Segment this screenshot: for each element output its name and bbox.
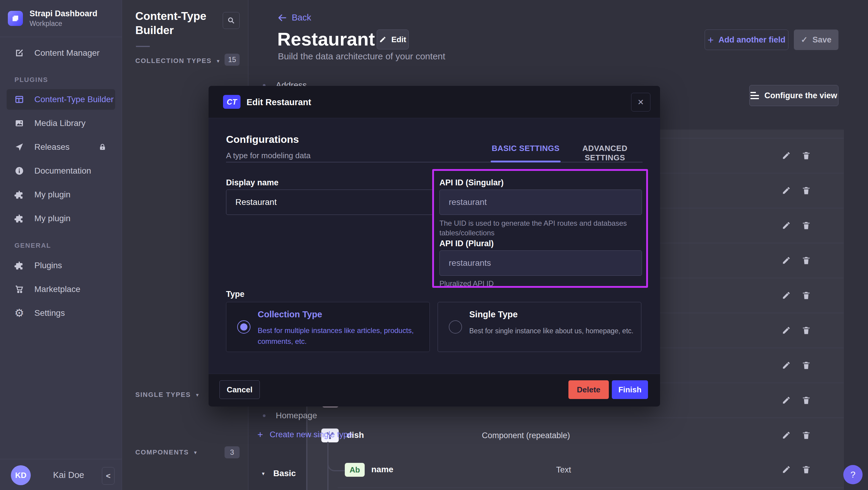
modal-section-title: Configurations	[226, 133, 299, 145]
brand[interactable]: Strapi Dashboard Workplace	[8, 9, 97, 28]
sidebar-item-plugins[interactable]: Plugins	[7, 255, 115, 276]
user-name: Kai Doe	[53, 470, 84, 480]
page-title: Restaurant	[277, 28, 375, 50]
brand-divider	[0, 37, 122, 37]
modal-footer: Cancel Delete Finish	[209, 374, 660, 406]
cancel-button[interactable]: Cancel	[219, 380, 260, 399]
brand-title: Strapi Dashboard	[30, 9, 97, 19]
sidebar-item-media-library[interactable]: Media Library	[7, 113, 115, 133]
search-icon	[227, 17, 235, 24]
strapi-logo	[8, 11, 23, 26]
content-type-badge: CT	[223, 95, 241, 109]
edit-field-button[interactable]	[781, 255, 792, 266]
edit-field-button[interactable]	[781, 325, 792, 335]
configure-view-button[interactable]: Configure the view	[749, 85, 838, 106]
sidebar-item-content-manager[interactable]: Content Manager	[7, 43, 115, 63]
api-id-singular-input[interactable]	[439, 189, 642, 215]
image-icon	[13, 118, 26, 128]
collection-type-card[interactable]: Collection Type Best for multiple instan…	[226, 302, 430, 352]
save-button[interactable]: ✓ Save	[794, 30, 838, 50]
edit-field-button[interactable]	[781, 464, 792, 474]
type-label: Type	[226, 289, 244, 299]
finish-button[interactable]: Finish	[612, 380, 648, 399]
info-icon	[13, 166, 26, 176]
field-type: Text	[473, 465, 654, 474]
puzzle-icon	[13, 214, 26, 223]
sidebar-item-documentation[interactable]: Documentation	[7, 161, 115, 181]
create-single-type-link[interactable]: + Create new single type	[257, 426, 352, 443]
delete-field-button[interactable]	[801, 395, 811, 405]
close-button[interactable]: ✕	[631, 93, 650, 112]
api-id-plural-input[interactable]	[439, 250, 642, 276]
add-another-field-button[interactable]: + Add another field	[705, 30, 788, 50]
configure-lines-icon	[750, 92, 760, 99]
single-types-header[interactable]: SINGLE TYPES ▼	[135, 389, 199, 401]
lock-icon	[98, 143, 107, 151]
delete-button[interactable]: Delete	[568, 380, 609, 399]
tab-basic-settings[interactable]: BASIC SETTINGS	[491, 144, 561, 153]
search-button[interactable]	[223, 12, 240, 29]
edit-field-button[interactable]	[781, 395, 792, 405]
sidebar-item-marketplace[interactable]: Marketplace	[7, 279, 115, 300]
edit-field-button[interactable]	[781, 220, 792, 231]
delete-field-button[interactable]	[801, 325, 811, 335]
delete-field-button[interactable]	[801, 220, 811, 231]
active-tab-underline	[491, 161, 561, 162]
edit-field-button[interactable]	[781, 150, 792, 161]
collection-types-header[interactable]: COLLECTION TYPES ▼	[135, 55, 220, 67]
delete-field-button[interactable]	[801, 360, 811, 370]
delete-field-button[interactable]	[801, 430, 811, 440]
field-name: name	[371, 465, 393, 474]
puzzle-icon	[13, 190, 26, 200]
components-header[interactable]: COMPONENTS ▼	[135, 446, 198, 458]
sidebar-item-my-plugin-2[interactable]: My plugin	[7, 208, 115, 229]
single-type-card[interactable]: Single Type Best for single instance lik…	[438, 302, 641, 352]
help-button[interactable]: ?	[843, 465, 863, 484]
modal-header: CT Edit Restaurant ✕	[209, 86, 660, 118]
main-sidebar: Strapi Dashboard Workplace Content Manag…	[0, 0, 122, 490]
delete-field-button[interactable]	[801, 185, 811, 195]
collection-types-count-badge: 15	[224, 54, 240, 66]
sidebar-item-my-plugin-1[interactable]: My plugin	[7, 184, 115, 205]
avatar[interactable]: KD	[11, 465, 31, 485]
delete-field-button[interactable]	[801, 255, 811, 266]
tabs-divider	[226, 162, 643, 162]
field-type: Component (repeatable)	[435, 431, 616, 440]
pencil-icon	[379, 36, 386, 43]
component-group-basic[interactable]: ▼ Basic	[257, 464, 296, 483]
edit-field-button[interactable]	[781, 360, 792, 370]
section-label-plugins: PLUGINS	[14, 76, 48, 84]
plus-icon: +	[708, 34, 714, 46]
api-id-plural-hint: Pluralized API ID	[439, 279, 635, 288]
page-subtitle: Build the data architecture of your cont…	[278, 51, 445, 61]
edit-field-button[interactable]	[781, 185, 792, 195]
single-type-homepage[interactable]: Homepage	[257, 406, 357, 425]
field-row-actions	[781, 150, 792, 161]
back-link[interactable]: Back	[277, 13, 311, 23]
chevron-down-icon: ▼	[195, 392, 199, 397]
edit-button[interactable]: Edit	[377, 30, 409, 50]
sidebar-item-content-type-builder[interactable]: Content-Type Builder	[7, 89, 115, 110]
tree-elbow	[327, 453, 346, 471]
app-window: dish Component (repeatable) Ab name Text…	[0, 0, 868, 490]
title-divider	[136, 46, 150, 47]
display-name-input[interactable]	[226, 189, 434, 215]
delete-field-button[interactable]	[801, 290, 811, 301]
arrow-left-icon	[277, 13, 287, 23]
edit-field-button[interactable]	[781, 290, 792, 301]
radio-selected-icon[interactable]	[237, 320, 250, 334]
puzzle-icon	[13, 261, 26, 270]
modal-section-subtitle: A type for modeling data	[226, 151, 310, 160]
radio-unselected-icon[interactable]	[449, 320, 462, 334]
delete-field-button[interactable]	[801, 150, 811, 161]
sidebar-item-releases[interactable]: Releases	[7, 137, 115, 157]
collection-type-title: Collection Type	[258, 309, 322, 319]
edit-field-button[interactable]	[781, 430, 792, 440]
chevron-down-icon: ▼	[261, 471, 266, 476]
delete-field-button[interactable]	[801, 464, 811, 474]
single-type-title: Single Type	[469, 309, 518, 319]
sidebar-item-settings[interactable]: ⚙ Settings	[7, 303, 115, 323]
section-label-general: GENERAL	[14, 242, 51, 249]
collapse-sidebar-button[interactable]: <	[102, 467, 115, 485]
tab-advanced-settings[interactable]: ADVANCED SETTINGS	[564, 144, 646, 162]
